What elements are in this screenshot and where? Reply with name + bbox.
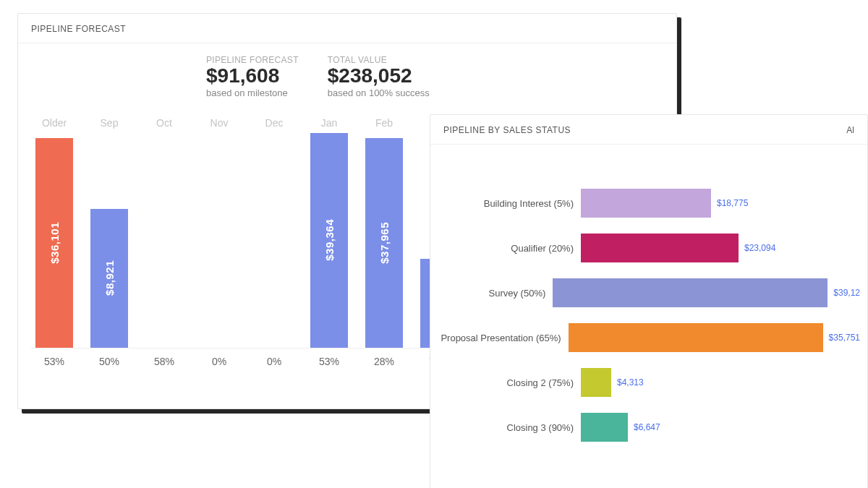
status-bar[interactable]: [581, 368, 611, 397]
forecast-percent-label: 28%: [361, 356, 407, 367]
forecast-bar-column[interactable]: [196, 132, 242, 348]
status-category-label: Survey (50%): [438, 288, 553, 299]
forecast-bar-column[interactable]: $36,101: [31, 132, 77, 348]
status-category-label: Closing 2 (75%): [438, 377, 581, 388]
forecast-bar-column[interactable]: $8,921: [86, 132, 132, 348]
status-bar-row[interactable]: Qualifier (20%)$23,094: [438, 226, 860, 270]
status-bar-value: $4,313: [617, 377, 644, 388]
forecast-percent-label: 50%: [86, 356, 132, 367]
status-card-header: PIPELINE BY SALES STATUS Al: [430, 115, 867, 145]
status-bar-value: $18,775: [717, 198, 748, 208]
status-bar-value: $6,647: [634, 422, 660, 432]
forecast-percent-label: 0%: [251, 356, 297, 367]
status-bar[interactable]: [581, 413, 628, 442]
forecast-month-label: Jan: [306, 117, 352, 129]
forecast-percent-label: 53%: [306, 356, 352, 367]
forecast-bar-column[interactable]: $39,364: [306, 132, 352, 348]
summary-forecast-value: $91,608: [206, 65, 299, 87]
status-card-title: PIPELINE BY SALES STATUS: [443, 125, 571, 135]
forecast-month-label: Oct: [141, 117, 187, 129]
status-bar-value: $23,094: [744, 243, 775, 253]
pipeline-status-card: PIPELINE BY SALES STATUS Al Building Int…: [430, 114, 868, 488]
forecast-month-label: Nov: [196, 117, 242, 129]
forecast-month-label: Older: [31, 117, 77, 129]
summary-total-label: TOTAL VALUE: [328, 55, 430, 65]
status-bar-row[interactable]: Survey (50%)$39,12: [438, 270, 860, 315]
status-bar-row[interactable]: Closing 2 (75%)$4,313: [438, 360, 860, 405]
forecast-bar-column[interactable]: [251, 132, 297, 348]
forecast-percent-label: 58%: [141, 356, 187, 367]
status-bar-row[interactable]: Building Interest (5%)$18,775: [438, 181, 860, 226]
summary-total-value: $238,052: [328, 65, 430, 87]
forecast-bar-column[interactable]: [141, 132, 187, 348]
status-bar-track: $23,094: [581, 234, 860, 262]
forecast-bar-value: $36,101: [48, 222, 61, 264]
forecast-card-title: PIPELINE FORECAST: [31, 24, 126, 34]
status-category-label: Qualifier (20%): [438, 243, 581, 254]
status-bar-row[interactable]: Proposal Presentation (65%)$35,751: [438, 315, 860, 360]
status-bar-row[interactable]: Closing 3 (90%)$6,647: [438, 405, 860, 450]
summary-forecast-label: PIPELINE FORECAST: [206, 55, 299, 65]
status-bar-track: $39,12: [553, 278, 860, 307]
status-bar-value: $35,751: [829, 333, 860, 343]
status-chart: Building Interest (5%)$18,775Qualifier (…: [430, 145, 867, 457]
forecast-bar[interactable]: $39,364: [310, 133, 348, 348]
forecast-bar[interactable]: $37,965: [365, 138, 403, 348]
forecast-bar-column[interactable]: $37,965: [361, 132, 407, 348]
forecast-bar[interactable]: $8,921: [90, 209, 128, 348]
summary-total: TOTAL VALUE $238,052 based on 100% succe…: [328, 55, 430, 98]
summary-forecast-sub: based on milestone: [206, 87, 299, 98]
status-bar-track: $6,647: [581, 413, 860, 442]
forecast-month-label: Feb: [361, 117, 407, 129]
forecast-bar-value: $8,921: [103, 260, 116, 296]
forecast-percent-label: 53%: [31, 356, 77, 367]
summary-total-sub: based on 100% success: [328, 87, 430, 98]
status-category-label: Proposal Presentation (65%): [438, 333, 569, 343]
forecast-percent-label: 0%: [196, 356, 242, 367]
status-bar[interactable]: [581, 234, 739, 262]
summary-forecast: PIPELINE FORECAST $91,608 based on miles…: [206, 55, 299, 98]
status-bar-value: $39,12: [833, 288, 860, 298]
forecast-month-label: Dec: [251, 117, 297, 129]
forecast-card-header: PIPELINE FORECAST: [18, 14, 676, 43]
forecast-bar-value: $39,364: [323, 219, 336, 261]
status-bar[interactable]: [553, 278, 827, 307]
forecast-bar-value: $37,965: [378, 222, 391, 264]
status-category-label: Closing 3 (90%): [438, 422, 581, 433]
forecast-summary-row: PIPELINE FORECAST $91,608 based on miles…: [18, 43, 676, 107]
status-bar-track: $18,775: [581, 189, 860, 218]
forecast-bar[interactable]: $36,101: [35, 138, 73, 348]
status-category-label: Building Interest (5%): [438, 198, 581, 209]
status-bar-track: $4,313: [581, 368, 860, 397]
forecast-month-label: Sep: [86, 117, 132, 129]
status-bar[interactable]: [569, 323, 823, 352]
status-card-right-label[interactable]: Al: [846, 125, 854, 135]
status-bar[interactable]: [581, 189, 711, 218]
status-bar-track: $35,751: [569, 323, 860, 352]
